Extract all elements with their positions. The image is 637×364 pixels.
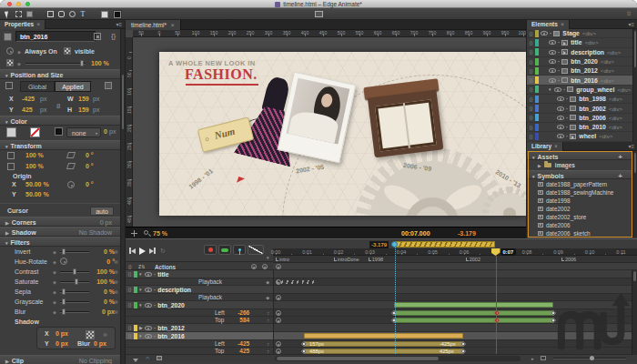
section-filters[interactable]: ▾Filters bbox=[0, 237, 121, 247]
visibility-eye-icon[interactable] bbox=[549, 59, 556, 64]
h-unit[interactable]: px bbox=[93, 106, 99, 113]
lock-dot-icon[interactable]: · bbox=[558, 58, 560, 65]
stepper-icon[interactable]: ↕ bbox=[268, 341, 270, 347]
open-actions-icon[interactable]: {} bbox=[527, 125, 535, 130]
scrollbar-thumb[interactable] bbox=[634, 31, 636, 67]
link-wh-icon[interactable]: 8 bbox=[56, 102, 60, 110]
property-span[interactable] bbox=[394, 318, 552, 323]
timeline-marker-intro[interactable]: intro bbox=[276, 257, 289, 262]
go-to-start-button[interactable] bbox=[129, 248, 136, 254]
lock-dot-icon[interactable]: · bbox=[563, 86, 565, 93]
transform-tool[interactable] bbox=[14, 10, 23, 18]
timeline-track-btn_2012[interactable] bbox=[274, 324, 637, 332]
keyframe-diamond-icon[interactable]: ◆ bbox=[17, 61, 21, 66]
lock-dot-icon[interactable]: · bbox=[154, 302, 156, 308]
panel-menu-icon[interactable]: ▾≡ bbox=[116, 21, 122, 27]
lock-dot-icon[interactable]: · bbox=[154, 325, 156, 331]
lock-dot-icon[interactable]: · bbox=[566, 106, 568, 112]
keyframe-action-icon[interactable]: ◆ bbox=[266, 279, 269, 285]
x-value[interactable]: -425 bbox=[22, 96, 35, 102]
open-actions-icon[interactable]: {} bbox=[126, 271, 134, 277]
symbol-row[interactable]: date1988_paperPattern bbox=[527, 180, 633, 188]
y-value[interactable]: 425 bbox=[22, 106, 33, 113]
symbol-row[interactable]: date1998 bbox=[527, 197, 633, 205]
visibility-eye-icon[interactable] bbox=[549, 40, 556, 45]
zoom-magnifier-icon[interactable] bbox=[144, 230, 148, 235]
marquee-tool[interactable] bbox=[25, 10, 34, 18]
expand-icon[interactable]: ▶ bbox=[5, 359, 9, 364]
zoom-level[interactable]: 75 % bbox=[153, 230, 167, 237]
elements-scrollbar[interactable] bbox=[632, 29, 637, 142]
visibility-eye-icon[interactable] bbox=[557, 116, 564, 120]
lock-dot-icon[interactable]: · bbox=[154, 271, 156, 278]
element-row-Stage[interactable]: {}·Stage<div> bbox=[527, 29, 633, 38]
filter-value[interactable]: 0 % bbox=[87, 298, 115, 305]
filter-slider[interactable] bbox=[60, 281, 89, 283]
lock-dot-icon[interactable]: · bbox=[154, 333, 156, 339]
stepper-icon[interactable]: ↕ bbox=[268, 349, 270, 354]
assets-header[interactable]: ▾Assets+ bbox=[527, 151, 633, 160]
timeline-track-btn_2020[interactable] bbox=[274, 301, 637, 309]
scrollbar-thumb[interactable] bbox=[122, 75, 124, 129]
remove-filter-icon[interactable]: ⊗ bbox=[114, 288, 118, 295]
timeline-zoom-slider[interactable] bbox=[553, 358, 626, 359]
timeline-layer-btn_2012[interactable]: {}▶·btn_2012 bbox=[126, 324, 273, 332]
zoom-fit-icon[interactable]: ▸ bbox=[531, 356, 534, 361]
visibility-eye-icon[interactable] bbox=[145, 334, 152, 339]
open-actions-icon[interactable]: {} bbox=[527, 134, 535, 139]
keyframe-nav-icon[interactable]: ◆ bbox=[276, 341, 281, 347]
skew-x-value[interactable]: 0 ° bbox=[86, 152, 94, 158]
open-actions-icon[interactable]: {} bbox=[126, 287, 134, 292]
close-icon[interactable]: × bbox=[171, 22, 175, 28]
filter-value[interactable]: 0 % bbox=[87, 248, 115, 255]
lock-dot-icon[interactable]: · bbox=[558, 39, 560, 46]
open-actions-icon[interactable]: {} bbox=[527, 31, 535, 36]
library-scrollbar[interactable] bbox=[632, 151, 637, 238]
filter-slider[interactable] bbox=[60, 271, 89, 273]
section-shadow[interactable]: ▶ShadowNo Shadow bbox=[0, 227, 121, 237]
keyframe-diamond-icon[interactable]: ◆ bbox=[53, 299, 56, 305]
open-actions-icon[interactable]: {} bbox=[527, 49, 535, 55]
era-label[interactable]: 1998 - '01 bbox=[187, 167, 214, 190]
lock-dot-icon[interactable]: · bbox=[558, 67, 560, 74]
timeline-track-sub-btn_2020-left[interactable]: ◆ bbox=[274, 309, 637, 317]
open-actions-icon[interactable]: {} bbox=[527, 86, 535, 92]
timeline-track-description[interactable] bbox=[274, 286, 637, 294]
keyframe-diamond-icon[interactable]: ◆ bbox=[53, 259, 56, 265]
element-color-swatch[interactable] bbox=[4, 33, 12, 41]
element-row-btn_2002[interactable]: {}·btn_2002<div> bbox=[527, 104, 633, 113]
remove-filter-icon[interactable]: ⊗ bbox=[114, 248, 118, 255]
filter-slider-thumb[interactable] bbox=[73, 268, 76, 275]
lock-dot-icon[interactable]: · bbox=[550, 30, 551, 36]
symbols-header[interactable]: ▾Symbols+ bbox=[527, 170, 633, 179]
expand-icon[interactable]: ▶ bbox=[5, 220, 9, 226]
element-row-btn_2016[interactable]: {}·btn_2016<div> bbox=[527, 76, 633, 85]
open-actions-icon[interactable]: {} bbox=[126, 333, 134, 339]
add-asset-icon[interactable]: + bbox=[618, 153, 622, 161]
remove-filter-icon[interactable]: ⊗ bbox=[114, 258, 118, 265]
filter-slider[interactable] bbox=[60, 251, 89, 253]
remove-filter-icon[interactable]: ⊗ bbox=[114, 308, 118, 315]
filter-value[interactable]: 0 % bbox=[87, 288, 115, 295]
collapse-icon[interactable]: ▾ bbox=[5, 119, 8, 125]
visibility-eye-icon[interactable] bbox=[145, 288, 152, 292]
timeline-track-sub-title-playback[interactable]: ◆ bbox=[274, 278, 637, 286]
section-clip[interactable]: ▶ClipNo Clipping bbox=[0, 355, 121, 364]
keyframe-diamond-icon[interactable]: ◆ bbox=[17, 49, 21, 55]
lock-dot-icon[interactable]: · bbox=[558, 77, 560, 84]
x-unit[interactable]: px bbox=[40, 96, 46, 102]
open-actions-icon[interactable]: {} bbox=[527, 59, 535, 65]
visibility-eye-icon[interactable] bbox=[557, 134, 564, 138]
tab-timeline-html[interactable]: timeline.html* × bbox=[126, 20, 181, 30]
stroke-color-swatch[interactable] bbox=[113, 10, 122, 18]
snapping-icon[interactable]: ∩ bbox=[146, 355, 149, 360]
filter-value[interactable]: 0 ° bbox=[87, 258, 115, 265]
keyframe-diamond-icon[interactable]: ◆ bbox=[53, 309, 56, 315]
visibility-eye-icon[interactable] bbox=[554, 87, 561, 92]
expand-icon[interactable]: ▶ bbox=[5, 230, 9, 236]
element-row-description[interactable]: {}·description<div> bbox=[527, 48, 633, 57]
element-name-field[interactable]: btn_2016 bbox=[15, 31, 96, 42]
stage-viewport[interactable]: A WHOLE NEW LOOK IN FASHION. Num 1998 - … bbox=[133, 37, 526, 227]
selection-tool[interactable] bbox=[3, 10, 12, 18]
keyframe-diamond-icon[interactable]: ◆ bbox=[53, 279, 56, 285]
